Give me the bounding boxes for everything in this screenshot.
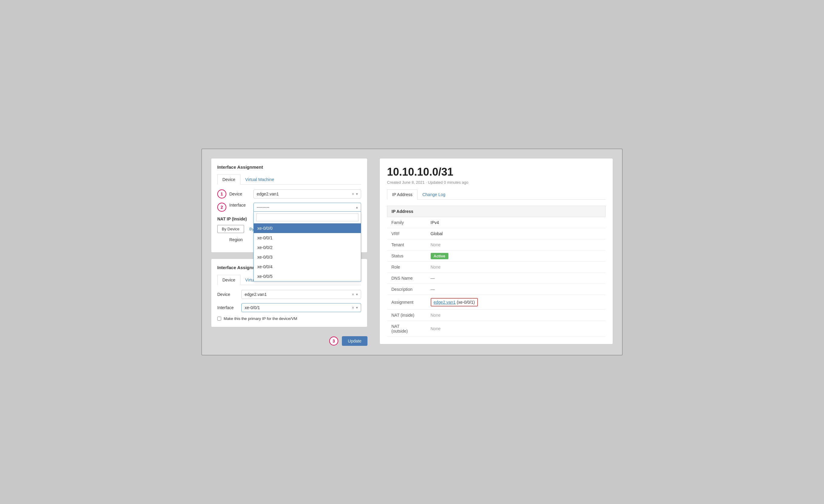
detail-table: IP Address Family IPv4 VRF Global Tenant… bbox=[387, 206, 606, 337]
device-select[interactable]: edge2.van1 × ▾ bbox=[253, 190, 361, 199]
device-select-value: edge2.van1 bbox=[257, 192, 352, 197]
tab-change-log[interactable]: Change Log bbox=[417, 190, 450, 200]
assignment-link[interactable]: edge2.van1 bbox=[434, 300, 455, 304]
interface-select[interactable]: --------- ▴ bbox=[253, 203, 361, 212]
bottom-interface-label: Interface bbox=[217, 305, 241, 310]
interface-select-value: --------- bbox=[257, 205, 356, 210]
value-role: None bbox=[426, 262, 606, 273]
status-badge: Active bbox=[431, 253, 448, 259]
ip-address-title: 10.10.10.0/31 bbox=[387, 166, 606, 178]
row-assignment: Assignment edge2.van1 (xe-0/0/1) bbox=[387, 295, 606, 310]
tab-vm-top[interactable]: Virtual Machine bbox=[240, 174, 279, 184]
primary-ip-label: Make this the primary IP for the device/… bbox=[224, 317, 297, 321]
row-role: Role None bbox=[387, 262, 606, 273]
assignment-interface: (xe-0/0/1) bbox=[457, 300, 475, 304]
label-nat-outside: NAT (outside) bbox=[387, 321, 426, 337]
step3-circle: 3 bbox=[329, 337, 338, 346]
bottom-interface-value: xe-0/0/1 bbox=[245, 305, 352, 310]
label-role: Role bbox=[387, 262, 426, 273]
row-family: Family IPv4 bbox=[387, 217, 606, 228]
label-nat-inside: NAT (inside) bbox=[387, 310, 426, 321]
top-card-tab-row: Device Virtual Machine bbox=[217, 174, 361, 184]
dropdown-item-4[interactable]: xe-0/0/4 bbox=[254, 262, 361, 271]
value-assignment: edge2.van1 (xe-0/0/1) bbox=[426, 295, 606, 310]
row-nat-inside: NAT (inside) None bbox=[387, 310, 606, 321]
dropdown-item-0[interactable]: xe-0/0/0 bbox=[254, 224, 361, 233]
label-description: Description bbox=[387, 284, 426, 295]
tab-device-top[interactable]: Device bbox=[217, 174, 240, 184]
bottom-device-row: Device edge2.van1 × ▾ bbox=[217, 290, 361, 299]
label-assignment: Assignment bbox=[387, 295, 426, 310]
bottom-device-value: edge2.van1 bbox=[245, 292, 352, 297]
right-tab-row: IP Address Change Log bbox=[387, 190, 606, 200]
main-wrapper: Interface Assignment Device Virtual Mach… bbox=[201, 148, 623, 356]
region-label: Region bbox=[229, 237, 253, 242]
value-nat-outside: None bbox=[426, 321, 606, 337]
tab-device-bottom[interactable]: Device bbox=[217, 275, 240, 285]
row-description: Description — bbox=[387, 284, 606, 295]
row-tenant: Tenant None bbox=[387, 239, 606, 251]
top-interface-assignment-card: Interface Assignment Device Virtual Mach… bbox=[211, 158, 368, 253]
update-button[interactable]: Update bbox=[342, 336, 368, 346]
section-header-row: IP Address bbox=[387, 206, 606, 217]
row-vrf: VRF Global bbox=[387, 228, 606, 239]
bottom-device-select[interactable]: edge2.van1 × ▾ bbox=[241, 290, 361, 299]
label-family: Family bbox=[387, 217, 426, 228]
step2-row: 2 Interface --------- ▴ xe-0/0/0 xe-0/0/… bbox=[217, 203, 361, 212]
value-family: IPv4 bbox=[426, 217, 606, 228]
row-nat-outside: NAT (outside) None bbox=[387, 321, 606, 337]
interface-dropdown: xe-0/0/0 xe-0/0/1 xe-0/0/2 xe-0/0/3 xe-0… bbox=[253, 212, 361, 281]
row-dns: DNS Name — bbox=[387, 273, 606, 284]
bottom-interface-clear-icon[interactable]: × bbox=[352, 305, 354, 310]
value-vrf: Global bbox=[426, 228, 606, 239]
step1-label: Device bbox=[229, 192, 253, 197]
detail-section-header: IP Address bbox=[387, 206, 606, 217]
step1-circle: 1 bbox=[217, 190, 226, 199]
label-vrf: VRF bbox=[387, 228, 426, 239]
top-card-title: Interface Assignment bbox=[217, 164, 361, 169]
label-tenant: Tenant bbox=[387, 239, 426, 251]
nat-tab-device[interactable]: By Device bbox=[217, 225, 244, 233]
primary-ip-checkbox-row: Make this the primary IP for the device/… bbox=[217, 317, 361, 321]
device-chevron-icon: ▾ bbox=[356, 192, 358, 196]
bottom-interface-chevron-icon: ▾ bbox=[356, 305, 358, 310]
dropdown-item-2[interactable]: xe-0/0/2 bbox=[254, 243, 361, 252]
label-status: Status bbox=[387, 251, 426, 262]
bottom-interface-row: Interface xe-0/0/1 × ▾ bbox=[217, 303, 361, 312]
dropdown-item-3[interactable]: xe-0/0/3 bbox=[254, 252, 361, 262]
device-clear-icon[interactable]: × bbox=[352, 192, 354, 197]
dropdown-search-input[interactable] bbox=[256, 214, 358, 221]
assignment-badge: edge2.van1 (xe-0/0/1) bbox=[431, 298, 478, 306]
row-status: Status Active bbox=[387, 251, 606, 262]
ip-subtitle: Created June 8, 2021 · Updated 0 minutes… bbox=[387, 180, 606, 184]
bottom-interface-select[interactable]: xe-0/0/1 × ▾ bbox=[241, 303, 361, 312]
value-status: Active bbox=[426, 251, 606, 262]
left-panel: Interface Assignment Device Virtual Mach… bbox=[211, 158, 368, 346]
bottom-device-chevron-icon: ▾ bbox=[356, 292, 358, 296]
step1-row: 1 Device edge2.van1 × ▾ bbox=[217, 190, 361, 199]
value-tenant: None bbox=[426, 239, 606, 251]
footer-row: 3 Update bbox=[211, 336, 368, 346]
label-dns: DNS Name bbox=[387, 273, 426, 284]
step2-label: Interface bbox=[229, 203, 253, 208]
value-description: — bbox=[426, 284, 606, 295]
dropdown-item-1[interactable]: xe-0/0/1 bbox=[254, 233, 361, 243]
primary-ip-checkbox[interactable] bbox=[217, 317, 221, 321]
dropdown-search-wrapper bbox=[254, 212, 361, 224]
value-nat-inside: None bbox=[426, 310, 606, 321]
interface-chevron-icon: ▴ bbox=[356, 205, 358, 209]
dropdown-item-5[interactable]: xe-0/0/5 bbox=[254, 271, 361, 281]
right-panel: 10.10.10.0/31 Created June 8, 2021 · Upd… bbox=[380, 158, 613, 344]
tab-ip-address[interactable]: IP Address bbox=[387, 190, 417, 200]
bottom-device-label: Device bbox=[217, 292, 241, 297]
step2-circle: 2 bbox=[217, 203, 226, 212]
value-dns: — bbox=[426, 273, 606, 284]
bottom-device-clear-icon[interactable]: × bbox=[352, 292, 354, 297]
interface-dropdown-container: --------- ▴ xe-0/0/0 xe-0/0/1 xe-0/0/2 x… bbox=[253, 203, 361, 212]
